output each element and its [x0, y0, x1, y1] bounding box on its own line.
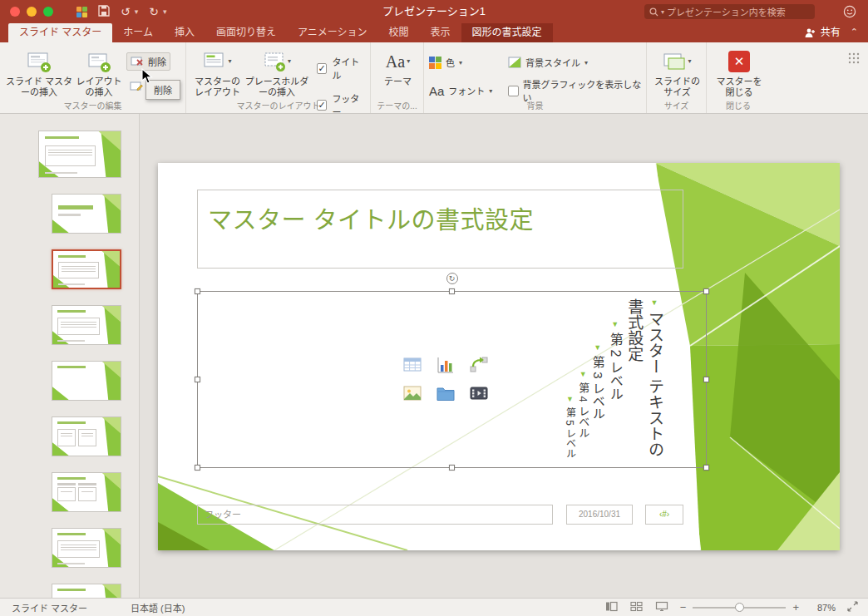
- resize-handle-n[interactable]: [449, 288, 455, 294]
- slide-number-placeholder[interactable]: ‹#›: [645, 505, 683, 525]
- slide-thumbnail-2[interactable]: [52, 194, 121, 234]
- close-master-button[interactable]: ✕ マスターを閉じる: [716, 47, 762, 98]
- title-placeholder[interactable]: マスター タイトルの書式設定: [197, 190, 683, 269]
- save-icon[interactable]: [98, 5, 110, 19]
- undo-menu-chevron-icon[interactable]: ▾: [135, 7, 139, 16]
- insert-placeholder-button[interactable]: ▾ プレースホルダーの挿入: [244, 47, 310, 98]
- slide-thumbnail-7[interactable]: [52, 472, 121, 512]
- footer-placeholder[interactable]: フッター: [197, 505, 553, 525]
- slide-thumbnail-5[interactable]: [52, 361, 121, 401]
- insert-layout-button[interactable]: レイアウトの挿入: [73, 47, 125, 98]
- search-input[interactable]: ▾ プレゼンテーション内を検索: [644, 4, 815, 19]
- slide-size-button[interactable]: ▾ スライドのサイズ: [654, 47, 701, 98]
- slide-thumbnail-6[interactable]: [52, 416, 121, 456]
- minimize-window-button[interactable]: [27, 7, 37, 17]
- content-placeholder-icons: [402, 355, 489, 403]
- toolbar-menu-chevron-icon[interactable]: ▾: [163, 7, 167, 16]
- thumb-title-line: [57, 533, 86, 535]
- tab-transitions[interactable]: 画面切り替え: [205, 23, 287, 42]
- background-styles-button[interactable]: 背景スタイル ▾: [508, 50, 645, 75]
- search-placeholder: プレゼンテーション内を検索: [667, 5, 786, 18]
- bullet-triangle-icon: ▼: [565, 395, 574, 403]
- insert-media-folder-icon[interactable]: [436, 383, 456, 403]
- search-icon: [649, 7, 658, 17]
- delete-button[interactable]: 削除: [126, 52, 170, 71]
- colors-button[interactable]: 色 ▾: [429, 50, 508, 75]
- insert-placeholder-label: プレースホルダーの挿入: [244, 76, 310, 98]
- tab-review[interactable]: 校閲: [378, 23, 420, 42]
- thumb-title-line: [57, 477, 86, 480]
- resize-handle-se[interactable]: [703, 465, 709, 471]
- tab-shape-format[interactable]: 図形の書式設定: [461, 23, 553, 42]
- rename-icon: [130, 81, 143, 92]
- language-selector[interactable]: 日本語 (日本): [131, 601, 185, 614]
- resize-handle-ne[interactable]: [703, 288, 709, 294]
- fit-slide-to-window-icon[interactable]: [847, 601, 858, 614]
- feedback-smiley-icon[interactable]: [843, 5, 856, 22]
- date-placeholder[interactable]: 2016/10/31: [566, 505, 633, 525]
- ribbon-options-dots-icon[interactable]: [848, 52, 860, 67]
- insert-picture-icon[interactable]: [402, 383, 422, 403]
- zoom-window-button[interactable]: [43, 7, 53, 17]
- rotate-handle[interactable]: ↻: [446, 273, 458, 284]
- close-master-label: マスターを閉じる: [716, 76, 762, 98]
- insert-table-icon[interactable]: [402, 355, 422, 375]
- themes-chevron-icon: ▾: [407, 57, 410, 66]
- slide-number-text: ‹#›: [659, 510, 669, 519]
- resize-handle-sw[interactable]: [195, 465, 200, 471]
- search-scope-chevron-icon[interactable]: ▾: [661, 8, 664, 16]
- slide-editor[interactable]: マスター タイトルの書式設定 ↻: [158, 163, 840, 550]
- resize-handle-nw[interactable]: [195, 288, 200, 294]
- zoom-percentage[interactable]: 87%: [811, 603, 836, 613]
- tab-home[interactable]: ホーム: [112, 23, 164, 42]
- body-placeholder[interactable]: ↻: [197, 291, 707, 468]
- share-button[interactable]: 共有: [804, 23, 847, 42]
- tab-animations[interactable]: アニメーション: [287, 23, 378, 42]
- tab-slide-master[interactable]: スライド マスター: [8, 23, 112, 42]
- background-styles-chevron-icon: ▾: [584, 59, 588, 67]
- group-label-close: 閉じる: [707, 99, 770, 111]
- redo-icon[interactable]: ↻: [149, 5, 159, 18]
- bullet-triangle-icon: ▼: [579, 370, 587, 378]
- zoom-slider-knob[interactable]: [735, 603, 744, 612]
- master-layout-label: マスターのレイアウト: [191, 76, 244, 98]
- tab-insert[interactable]: 挿入: [164, 23, 205, 42]
- resize-handle-e[interactable]: [703, 377, 709, 382]
- title-checkbox[interactable]: ✓ タイトル: [317, 55, 367, 81]
- slide-thumbnail-4[interactable]: [52, 305, 121, 345]
- undo-icon[interactable]: ↺: [121, 5, 131, 18]
- tab-bar: スライド マスターホーム挿入画面切り替えアニメーション校閲表示図形の書式設定: [8, 23, 553, 42]
- slide-thumbnail-3[interactable]: [52, 249, 121, 289]
- tab-view[interactable]: 表示: [420, 23, 461, 42]
- collapse-ribbon-chevron-icon[interactable]: ⌃: [847, 23, 868, 42]
- slide-thumbnail-9[interactable]: [52, 584, 121, 598]
- group-label-themes: テーマの...: [371, 99, 423, 111]
- slide-canvas: マスター タイトルの書式設定 ↻: [140, 114, 868, 598]
- slide-thumbnail-8[interactable]: [52, 528, 121, 568]
- workspace: マスター タイトルの書式設定 ↻: [0, 114, 868, 598]
- slide-thumbnail-1[interactable]: [38, 131, 121, 178]
- ribbon-group-master-layout: ▾ マスターのレイアウト ▾ プレースホルダーの挿入 ✓ タイトル ✓ フッター: [186, 42, 371, 113]
- body-level-2: ▼第 2 レベル: [606, 298, 624, 465]
- zoom-slider[interactable]: [693, 607, 786, 609]
- body-level-1: ▼マスター テキストの書式設定: [624, 298, 664, 465]
- themes-button[interactable]: Aa ▾ テーマ: [377, 47, 420, 87]
- fonts-chevron-icon: ▾: [489, 87, 492, 95]
- slide-sorter-view-icon[interactable]: [630, 601, 643, 614]
- zoom-out-button[interactable]: −: [680, 601, 687, 614]
- insert-video-icon[interactable]: [469, 383, 489, 403]
- colors-icon: [429, 57, 441, 69]
- zoom-in-button[interactable]: +: [792, 601, 799, 614]
- app-grid-icon[interactable]: [76, 7, 87, 17]
- insert-slide-master-button[interactable]: スライド マスターの挿入: [5, 47, 73, 98]
- resize-handle-w[interactable]: [195, 377, 200, 382]
- insert-smartart-icon[interactable]: [469, 355, 489, 375]
- master-layout-button[interactable]: ▾ マスターのレイアウト: [191, 47, 244, 98]
- status-view-name: スライド マスター: [12, 601, 87, 614]
- insert-chart-icon[interactable]: [436, 355, 456, 375]
- ribbon: スライド マスターの挿入 レイアウトの挿入 削除 名前 マスターの編集: [0, 42, 868, 114]
- normal-view-icon[interactable]: [605, 601, 618, 614]
- close-window-button[interactable]: [10, 7, 20, 17]
- slideshow-view-icon[interactable]: [655, 601, 668, 614]
- resize-handle-s[interactable]: [449, 465, 455, 471]
